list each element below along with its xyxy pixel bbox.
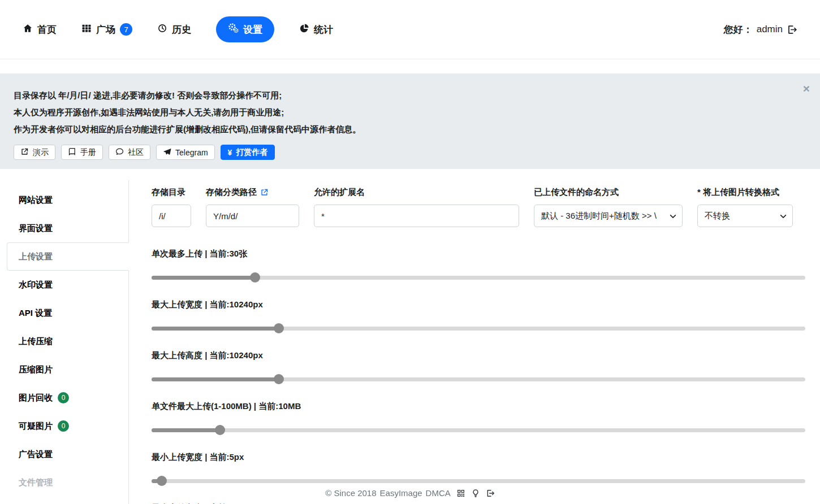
- sidebar-item-upload-compress[interactable]: 上传压缩: [7, 327, 128, 355]
- telegram-button[interactable]: Telegram: [156, 145, 215, 160]
- demo-button[interactable]: 演示: [14, 145, 55, 160]
- slider-thumb[interactable]: [157, 476, 167, 486]
- storage-path-field: 存储分类路径: [206, 187, 299, 227]
- lightbulb-icon[interactable]: [471, 489, 480, 498]
- sidebar-item-compress-image[interactable]: 压缩图片: [7, 355, 128, 384]
- extensions-label: 允许的扩展名: [314, 187, 519, 198]
- demo-button-label: 演示: [33, 147, 49, 158]
- external-link-icon[interactable]: [260, 188, 269, 197]
- brand-link[interactable]: EasyImage: [380, 488, 422, 498]
- slider-label: 单文件最大上传(1-100MB) | 当前:10MB: [152, 401, 805, 412]
- nav-item-label: 广场: [96, 23, 115, 36]
- naming-select[interactable]: 默认 - 36进制时间+随机数 >> \: [534, 205, 683, 227]
- community-button-label: 社区: [128, 147, 144, 158]
- community-button[interactable]: 社区: [109, 145, 150, 160]
- convert-select-value: 不转换: [705, 211, 730, 221]
- user-area: 您好： admin: [724, 23, 797, 36]
- notice-line: 作为开发者你可以对相应的后台功能进行扩展(增删改相应代码),但请保留代码中源作者…: [14, 121, 806, 138]
- gears-icon: [228, 23, 239, 36]
- nav-item-label: 设置: [243, 23, 262, 36]
- chevron-down-icon: [669, 212, 677, 220]
- convert-field: * 将上传图片转换格式 不转换: [697, 187, 793, 227]
- max-filesize-section: 单文件最大上传(1-100MB) | 当前:10MB: [152, 401, 805, 435]
- slider-fill: [152, 327, 279, 331]
- slider-label: 单次最多上传 | 当前:30张: [152, 249, 805, 260]
- sidebar-item-api[interactable]: API 设置: [7, 299, 128, 327]
- slider-fill: [152, 428, 220, 432]
- max-height-section: 最大上传高度 | 当前:10240px: [152, 350, 805, 384]
- slider-fill: [152, 377, 279, 381]
- nav-item-label: 首页: [37, 23, 57, 36]
- extensions-input[interactable]: [314, 205, 519, 227]
- notice-line: 目录保存以 年/月/日/ 递进,非必要请勿修改! 否则会导致部分操作不可用;: [14, 87, 806, 104]
- greeting-text: 您好：: [724, 23, 753, 36]
- slider-label: 最小上传宽度 | 当前:5px: [152, 452, 805, 463]
- max-filesize-slider[interactable]: [152, 425, 805, 435]
- slider-thumb[interactable]: [274, 323, 284, 333]
- nav-item-history[interactable]: 历史: [157, 23, 191, 36]
- naming-field: 已上传文件的命名方式 默认 - 36进制时间+随机数 >> \: [534, 187, 683, 227]
- slider-thumb[interactable]: [215, 425, 225, 435]
- history-icon: [157, 23, 167, 36]
- slider-thumb[interactable]: [250, 272, 260, 283]
- slider-label: 最大上传高度 | 当前:10240px: [152, 350, 805, 362]
- logout-icon[interactable]: [486, 489, 495, 498]
- telegram-button-label: Telegram: [175, 148, 208, 157]
- yen-icon: ¥: [228, 148, 232, 157]
- convert-label: * 将上传图片转换格式: [697, 187, 793, 198]
- slider-settings: 单次最多上传 | 当前:30张 最大上传宽度 | 当前:10240px 最大上传…: [152, 249, 805, 504]
- sidebar-item-watermark[interactable]: 水印设置: [7, 271, 128, 299]
- pie-chart-icon: [299, 23, 309, 36]
- donate-button[interactable]: ¥ 打赏作者: [221, 145, 275, 160]
- main-nav: 首页 广场 7 历史: [23, 16, 333, 42]
- naming-select-value: 默认 - 36进制时间+随机数 >> \: [541, 211, 657, 221]
- max-height-slider[interactable]: [152, 374, 805, 384]
- username: admin: [757, 24, 783, 35]
- naming-label: 已上传文件的命名方式: [534, 187, 683, 198]
- min-width-slider[interactable]: [152, 476, 805, 486]
- max-width-slider[interactable]: [152, 323, 805, 333]
- slider-track: [152, 428, 805, 432]
- nav-item-stats[interactable]: 统计: [299, 23, 333, 36]
- slider-thumb[interactable]: [274, 374, 284, 384]
- sidebar-item-website[interactable]: 网站设置: [7, 186, 128, 214]
- max-width-section: 最大上传宽度 | 当前:10240px: [152, 299, 805, 333]
- sidebar-item-suspicious[interactable]: 可疑图片 0: [7, 412, 128, 440]
- grid-icon: [81, 23, 92, 36]
- dmca-link[interactable]: DMCA: [426, 488, 451, 498]
- nav-item-settings-active[interactable]: 设置: [216, 16, 274, 42]
- nav-item-home[interactable]: 首页: [23, 23, 57, 36]
- home-icon: [23, 23, 33, 36]
- nav-item-label: 历史: [172, 23, 191, 36]
- convert-select[interactable]: 不转换: [697, 205, 793, 227]
- sidebar-item-ads[interactable]: 广告设置: [7, 440, 128, 468]
- settings-page: 网站设置 界面设置 上传设置 水印设置 API 设置 上传压缩 压缩图片 图片回…: [0, 180, 820, 504]
- suspicious-count-badge: 0: [58, 420, 69, 432]
- nav-item-plaza[interactable]: 广场 7: [81, 23, 132, 36]
- sidebar-item-interface[interactable]: 界面设置: [7, 214, 128, 242]
- telegram-icon: [163, 147, 171, 158]
- slider-label: 最大上传宽度 | 当前:10240px: [152, 299, 805, 311]
- storage-path-input[interactable]: [206, 205, 299, 227]
- sidebar-item-recycle[interactable]: 图片回收 0: [7, 384, 128, 412]
- sidebar-item-upload-active[interactable]: 上传设置: [7, 242, 129, 271]
- storage-form-row: 存储目录 存储分类路径 允许的扩展名 已上传文件: [152, 187, 805, 227]
- logout-icon[interactable]: [787, 24, 797, 35]
- page-footer: © Since 2018 EasyImage DMCA: [0, 488, 820, 498]
- storage-dir-input[interactable]: [152, 205, 191, 227]
- storage-path-label: 存储分类路径: [206, 187, 299, 198]
- chevron-down-icon: [779, 212, 787, 220]
- top-navbar: 首页 广场 7 历史: [0, 0, 820, 59]
- notice-banner: × 目录保存以 年/月/日/ 递进,非必要请勿修改! 否则会导致部分操作不可用;…: [0, 73, 820, 169]
- manual-button-label: 手册: [80, 147, 96, 158]
- external-link-icon: [20, 147, 29, 158]
- manual-button[interactable]: 手册: [61, 145, 103, 160]
- recycle-count-badge: 0: [58, 392, 69, 403]
- max-upload-count-slider[interactable]: [152, 272, 805, 283]
- plaza-count-badge: 7: [120, 23, 132, 36]
- slider-track: [152, 479, 805, 483]
- qr-code-icon[interactable]: [456, 489, 465, 498]
- notice-buttons: 演示 手册 社区 Telegram: [14, 145, 806, 160]
- settings-sidebar: 网站设置 界面设置 上传设置 水印设置 API 设置 上传压缩 压缩图片 图片回…: [7, 180, 129, 504]
- close-icon[interactable]: ×: [803, 82, 810, 94]
